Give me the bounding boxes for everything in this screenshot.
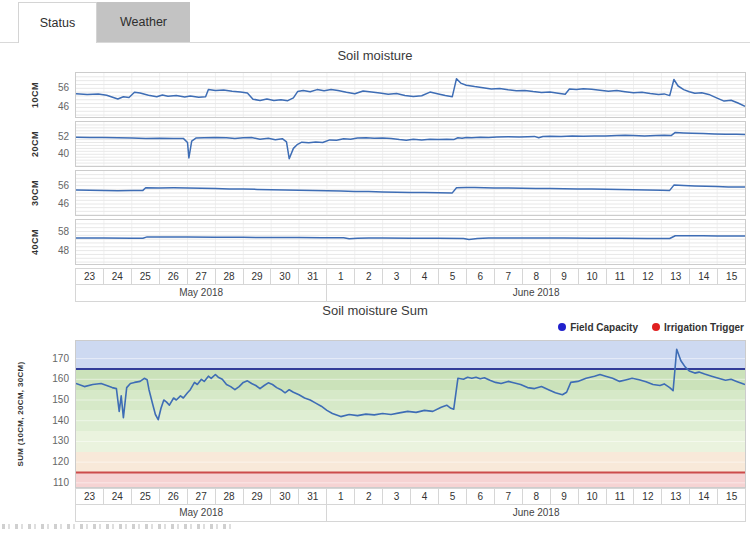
day-cell: 6 [467, 488, 495, 505]
day-cell: 7 [495, 488, 523, 505]
tab-status[interactable]: Status [18, 2, 97, 43]
y-tick-label: 52 [58, 132, 69, 142]
y-tick-label: 40 [58, 149, 69, 159]
soil-moisture-sum-title: Soil moisture Sum [0, 303, 750, 318]
day-cell: 28 [216, 488, 244, 505]
day-cell: 11 [607, 488, 635, 505]
day-cell: 15 [718, 488, 746, 505]
day-cell: 25 [132, 488, 160, 505]
day-cell: 5 [439, 268, 467, 285]
day-cell: 7 [495, 268, 523, 285]
day-cell: 31 [299, 488, 327, 505]
soil-moisture-title: Soil moisture [0, 48, 750, 63]
day-cell: 12 [634, 488, 662, 505]
y-tick-label: 48 [58, 246, 69, 256]
y-tick-label: 140 [52, 416, 69, 426]
legend-label: Field Capacity [570, 322, 638, 333]
sum-y-axis-title: SUM (10CM, 20CM, 30CM) [16, 362, 25, 467]
day-cell: 30 [271, 488, 299, 505]
clipped-text-fragment [2, 524, 232, 529]
day-cell: 4 [411, 488, 439, 505]
tab-weather[interactable]: Weather [97, 2, 190, 42]
legend-dot-icon [652, 323, 660, 331]
day-cell: 23 [76, 268, 104, 285]
day-cell: 8 [523, 488, 551, 505]
day-cell: 23 [76, 488, 104, 505]
panel-plot [76, 122, 745, 166]
day-cell: 29 [244, 488, 272, 505]
day-cell: 27 [188, 488, 216, 505]
depth-axis-label: 10CM [30, 82, 40, 108]
day-cell: 3 [383, 488, 411, 505]
panel-plot [76, 171, 745, 215]
legend-label: Irrigation Trigger [664, 322, 744, 333]
day-cell: 13 [662, 488, 690, 505]
y-tick-label: 170 [52, 354, 69, 364]
day-cell: 15 [718, 268, 746, 285]
y-tick-label: 56 [58, 83, 69, 93]
day-cell: 1 [327, 268, 355, 285]
day-cell: 8 [523, 268, 551, 285]
day-cell: 5 [439, 488, 467, 505]
month-axis: May 2018June 2018 [75, 505, 746, 522]
day-cell: 13 [662, 268, 690, 285]
month-axis: May 2018June 2018 [75, 285, 746, 302]
day-cell: 10 [579, 488, 607, 505]
y-tick-label: 46 [58, 102, 69, 112]
day-cell: 6 [467, 268, 495, 285]
day-cell: 4 [411, 268, 439, 285]
panel-10cm: 10CM5646 [75, 72, 746, 118]
day-cell: 31 [299, 268, 327, 285]
panel-40cm: 40CM5848 [75, 219, 746, 265]
soil-moisture-sum-chart: Soil moisture Sum Field CapacityIrrigati… [0, 303, 750, 522]
day-cell: 30 [271, 268, 299, 285]
day-cell: 1 [327, 488, 355, 505]
day-axis: 232425262728293031123456789101112131415 [75, 488, 746, 505]
month-cell: June 2018 [327, 285, 746, 302]
day-cell: 24 [104, 488, 132, 505]
y-tick-label: 110 [53, 478, 69, 488]
legend: Field CapacityIrrigation Trigger [0, 320, 744, 334]
day-cell: 14 [690, 488, 718, 505]
month-cell: May 2018 [76, 285, 327, 302]
legend-item-irrigation-trigger[interactable]: Irrigation Trigger [652, 322, 744, 333]
month-cell: May 2018 [76, 505, 327, 522]
day-axis: 232425262728293031123456789101112131415 [75, 268, 746, 285]
y-tick-label: 160 [52, 374, 69, 384]
day-cell: 11 [607, 268, 635, 285]
day-cell: 24 [104, 268, 132, 285]
day-cell: 26 [160, 268, 188, 285]
day-cell: 12 [634, 268, 662, 285]
legend-item-field-capacity[interactable]: Field Capacity [558, 322, 638, 333]
sum-plot: 170160150140130120110SUM (10CM, 20CM, 30… [75, 340, 746, 488]
y-tick-label: 46 [58, 199, 69, 209]
tab-bar: Status Weather [0, 0, 750, 43]
day-cell: 2 [355, 488, 383, 505]
y-tick-label: 150 [52, 395, 69, 405]
soil-moisture-x-axis: 232425262728293031123456789101112131415M… [75, 268, 746, 302]
day-cell: 9 [551, 268, 579, 285]
month-cell: June 2018 [327, 505, 746, 522]
day-cell: 2 [355, 268, 383, 285]
sum-plot-svg [76, 341, 745, 487]
day-cell: 3 [383, 268, 411, 285]
day-cell: 25 [132, 268, 160, 285]
panel-20cm: 20CM5240 [75, 121, 746, 167]
panel-plot [76, 220, 745, 264]
day-cell: 14 [690, 268, 718, 285]
day-cell: 9 [551, 488, 579, 505]
y-tick-label: 56 [58, 181, 69, 191]
depth-axis-label: 40CM [30, 229, 40, 255]
depth-axis-label: 30CM [30, 180, 40, 206]
legend-dot-icon [558, 323, 566, 331]
day-cell: 27 [188, 268, 216, 285]
day-cell: 28 [216, 268, 244, 285]
panel-plot [76, 73, 745, 117]
day-cell: 10 [579, 268, 607, 285]
sum-x-axis: 232425262728293031123456789101112131415M… [75, 488, 746, 522]
y-tick-label: 130 [52, 436, 69, 446]
day-cell: 29 [244, 268, 272, 285]
day-cell: 26 [160, 488, 188, 505]
soil-moisture-panels: 10CM564620CM524030CM564640CM5848 [0, 72, 750, 265]
depth-axis-label: 20CM [30, 131, 40, 157]
